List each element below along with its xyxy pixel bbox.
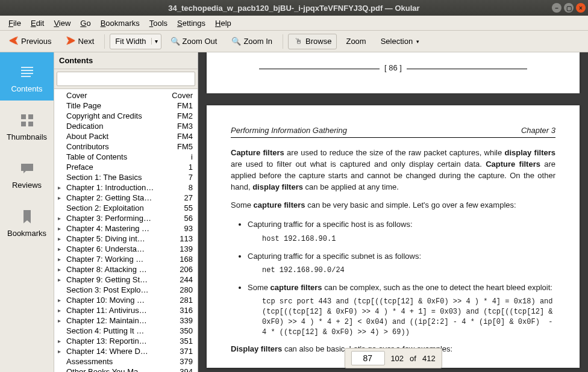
selection-tool-button[interactable]: Selection▾ — [375, 34, 425, 49]
expand-icon: ▸ — [58, 317, 65, 324]
browse-tool-button[interactable]: 🖱Browse — [288, 34, 337, 49]
toc-list[interactable]: CoverCoverTitle PageFM1Copyright and Cre… — [54, 89, 198, 372]
zoom-out-button[interactable]: 🔍Zoom Out — [165, 34, 223, 49]
toc-page: 206 — [175, 265, 195, 274]
page-total-label: 412 — [422, 354, 436, 363]
toc-label: Assessments — [65, 357, 175, 366]
toc-label: Chapter 6: Understa… — [65, 244, 175, 253]
toc-item[interactable]: Section 4: Putting It …350 — [54, 326, 198, 336]
toc-item[interactable]: Copyright and CreditsFM2 — [54, 111, 198, 121]
window-close-button[interactable]: × — [576, 3, 586, 13]
toc-item[interactable]: ▸Chapter 14: Where D…371 — [54, 346, 198, 356]
toc-item[interactable]: Section 2: Exploitation55 — [54, 203, 198, 213]
toc-item[interactable]: ▸Chapter 2: Getting Sta…27 — [54, 193, 198, 203]
sidebar-tab-label: Reviews — [12, 181, 42, 190]
toc-page: 56 — [175, 214, 195, 223]
bullet-item: Some capture filters can be complex, suc… — [248, 282, 555, 338]
toc-item[interactable]: Table of Contentsi — [54, 152, 198, 162]
chevron-down-icon: ▾ — [151, 38, 161, 45]
chevron-down-icon: ▾ — [416, 39, 419, 45]
expand-icon: ▸ — [58, 297, 65, 303]
toc-page: 316 — [175, 306, 195, 315]
svg-rect-6 — [21, 122, 26, 126]
zoom-out-icon: 🔍 — [170, 37, 180, 46]
toc-label: About Packt — [65, 132, 175, 141]
toc-page: 371 — [175, 347, 195, 356]
toc-item[interactable]: Other Books You Ma…394 — [54, 367, 198, 372]
sidebar-tab-contents[interactable]: Contents — [0, 52, 54, 101]
toc-item[interactable]: Assessments379 — [54, 356, 198, 367]
arrow-left-icon: ⮜ — [9, 36, 19, 47]
page-scroll[interactable]: [ 86 ] Performing Information Gathering … — [198, 52, 588, 372]
svg-rect-4 — [21, 114, 26, 119]
toc-page: 379 — [175, 357, 195, 366]
expand-icon: ▸ — [58, 194, 65, 201]
zoom-in-button[interactable]: 🔍Zoom In — [226, 34, 278, 49]
toc-page: 394 — [175, 367, 195, 372]
page-87: Performing Information Gathering Chapter… — [207, 105, 580, 368]
page-of-label: of — [410, 354, 416, 363]
toc-page: 55 — [175, 203, 195, 212]
toc-label: Chapter 11: Antivirus… — [65, 306, 175, 315]
document-area: [ 86 ] Performing Information Gathering … — [198, 52, 588, 372]
window-minimize-button[interactable]: – — [552, 3, 561, 13]
previous-button[interactable]: ⮜Previous — [4, 33, 57, 50]
toc-label: Section 1: The Basics — [65, 173, 175, 182]
toc-item[interactable]: Section 3: Post Explo…280 — [54, 285, 198, 295]
toc-item[interactable]: ▸Chapter 13: Reportin…351 — [54, 336, 198, 346]
next-button[interactable]: ⮞Next — [61, 33, 100, 50]
zoom-tool-button[interactable]: Zoom — [340, 34, 371, 49]
sidebar-tab-reviews[interactable]: Reviews — [0, 149, 54, 197]
menu-file[interactable]: File — [4, 17, 26, 29]
toc-label: Section 4: Putting It … — [65, 326, 175, 335]
toc-item[interactable]: About PacktFM4 — [54, 131, 198, 141]
sidebar-tab-bookmarks[interactable]: Bookmarks — [0, 197, 54, 245]
toc-item[interactable]: Section 1: The Basics7 — [54, 172, 198, 182]
toc-search-input[interactable] — [57, 72, 195, 86]
toc-item[interactable]: Title PageFM1 — [54, 101, 198, 111]
toc-label: Title Page — [65, 101, 175, 110]
toc-label: Section 3: Post Explo… — [65, 285, 175, 294]
sidebar-tab-label: Contents — [11, 84, 42, 93]
arrow-right-icon: ⮞ — [66, 36, 76, 47]
page-navigator: 102 of 412 — [344, 348, 442, 368]
menu-edit[interactable]: Edit — [26, 17, 49, 29]
zoom-fit-combo[interactable]: Fit Width▾ — [110, 34, 161, 49]
toc-item[interactable]: ▸Chapter 1: Introduction…8 — [54, 182, 198, 193]
toc-page: 281 — [175, 296, 195, 305]
toc-item[interactable]: ▸Chapter 5: Diving int…113 — [54, 234, 198, 244]
menu-help[interactable]: Help — [210, 17, 236, 29]
menu-tools[interactable]: Tools — [145, 17, 172, 29]
svg-rect-5 — [28, 114, 33, 119]
menu-go[interactable]: Go — [75, 17, 95, 29]
code-block: tcp src port 443 and (tcp[((tcp[12] & 0x… — [262, 297, 555, 337]
expand-icon: ▸ — [58, 246, 65, 252]
menu-settings[interactable]: Settings — [172, 17, 210, 29]
sidebar-tab-thumbnails[interactable]: Thumbnails — [0, 101, 54, 149]
toc-page: 8 — [175, 183, 195, 192]
toc-item[interactable]: DedicationFM3 — [54, 121, 198, 131]
toc-label: Chapter 14: Where D… — [65, 347, 175, 356]
contents-icon — [17, 63, 37, 82]
toc-item[interactable]: ContributorsFM5 — [54, 141, 198, 152]
toc-item[interactable]: Preface1 — [54, 162, 198, 172]
toc-item[interactable]: CoverCover — [54, 90, 198, 101]
toc-item[interactable]: ▸Chapter 7: Working …168 — [54, 254, 198, 264]
toc-item[interactable]: ▸Chapter 6: Understa…139 — [54, 244, 198, 254]
toc-item[interactable]: ▸Chapter 8: Attacking …206 — [54, 264, 198, 274]
toc-item[interactable]: ▸Chapter 9: Getting St…244 — [54, 274, 198, 285]
toc-item[interactable]: ▸Chapter 12: Maintain…339 — [54, 315, 198, 326]
window-maximize-button[interactable]: ▢ — [564, 3, 574, 13]
toc-item[interactable]: ▸Chapter 4: Mastering …93 — [54, 223, 198, 234]
panel-title: Contents — [54, 52, 198, 69]
toc-item[interactable]: ▸Chapter 10: Moving …281 — [54, 295, 198, 305]
current-page-input[interactable] — [351, 351, 384, 365]
contents-panel: Contents CoverCoverTitle PageFM1Copyrigh… — [54, 52, 198, 372]
toc-item[interactable]: ▸Chapter 11: Antivirus…316 — [54, 305, 198, 315]
menu-bookmarks[interactable]: Bookmarks — [96, 17, 145, 29]
toc-item[interactable]: ▸Chapter 3: Performing…56 — [54, 213, 198, 223]
page-86: [ 86 ] — [207, 52, 580, 93]
menu-view[interactable]: View — [49, 17, 75, 29]
titlebar: 34_techopedia_w_pacb120_bjBU-_i-jpqxTeVF… — [0, 0, 588, 16]
toc-page: FM4 — [175, 132, 195, 141]
